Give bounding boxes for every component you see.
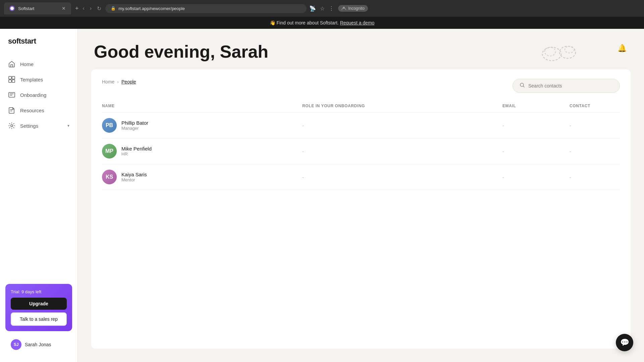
lock-icon: 🔒 <box>111 6 116 11</box>
table-row[interactable]: MP Mike Penfield HR - - - <box>102 138 620 164</box>
sidebar: softstart Home <box>0 29 78 362</box>
contact-info-phillip: PB Phillip Bator Manager <box>102 118 302 133</box>
sidebar-item-settings[interactable]: Settings ▾ <box>0 118 77 133</box>
new-tab-button[interactable]: + <box>75 5 79 12</box>
main-content: Good evening, Sarah 🔔 Home › People <box>78 29 644 362</box>
trial-text: Trial: 9 days left <box>11 289 67 294</box>
breadcrumb: Home › People <box>102 79 136 84</box>
upgrade-button[interactable]: Upgrade <box>11 298 67 310</box>
browser-chrome: Softstart ✕ + ‹ › ↻ 🔒 my.softstart.app/n… <box>0 0 644 17</box>
contact-role: HR <box>121 152 152 157</box>
menu-icon[interactable]: ⋮ <box>329 5 334 12</box>
settings-icon <box>8 122 15 129</box>
contact-name: Phillip Bator <box>121 120 148 126</box>
cell-mike-email: - <box>502 148 570 154</box>
cell-phillip-onboarding: - <box>302 123 502 128</box>
tab-close-button[interactable]: ✕ <box>62 6 66 11</box>
incognito-label: Incognito <box>348 6 365 11</box>
svg-point-9 <box>545 47 555 56</box>
sidebar-item-onboarding[interactable]: Onboarding <box>0 87 77 103</box>
breadcrumb-separator: › <box>117 79 119 84</box>
tab-title: Softstart <box>18 6 58 11</box>
home-icon <box>8 60 15 68</box>
decoration-clouds <box>540 39 577 66</box>
notifications-bell[interactable]: 🔔 <box>616 42 628 54</box>
sidebar-bottom: Trial: 9 days left Upgrade Talk to a sal… <box>0 284 77 354</box>
svg-point-7 <box>11 125 13 127</box>
back-button[interactable]: ‹ <box>82 4 86 13</box>
contacts-table: NAME ROLE IN YOUR ONBOARDING EMAIL CONTA… <box>102 101 620 190</box>
templates-icon <box>8 76 15 83</box>
contact-name: Kaiya Saris <box>121 172 147 177</box>
tab-favicon <box>9 6 15 11</box>
contact-info-kaiya: KS Kaiya Saris Mentor <box>102 170 302 184</box>
bookmark-icon[interactable]: ☆ <box>320 5 325 12</box>
svg-point-11 <box>565 46 574 53</box>
sidebar-nav: Home Templates <box>0 56 77 133</box>
table-row[interactable]: PB Phillip Bator Manager - - - <box>102 113 620 138</box>
sidebar-onboarding-label: Onboarding <box>20 92 69 98</box>
forward-button[interactable]: › <box>89 4 93 13</box>
cell-mike-onboarding: - <box>302 148 502 154</box>
browser-nav: ‹ › ↻ 🔒 my.softstart.app/newcomer/people… <box>82 4 640 13</box>
logo-text: softstart <box>8 37 36 45</box>
contact-details-kaiya: Kaiya Saris Mentor <box>121 172 147 182</box>
cell-phillip-email: - <box>502 123 570 128</box>
svg-point-0 <box>10 7 14 10</box>
table-header: NAME ROLE IN YOUR ONBOARDING EMAIL CONTA… <box>102 101 620 113</box>
svg-rect-4 <box>9 80 11 82</box>
cell-mike-contact: - <box>570 148 620 154</box>
onboarding-icon <box>8 91 15 99</box>
browser-tab[interactable]: Softstart ✕ <box>4 2 71 14</box>
breadcrumb-current[interactable]: People <box>121 79 136 84</box>
svg-point-10 <box>559 46 576 58</box>
sidebar-item-resources[interactable]: Resources <box>0 103 77 118</box>
reload-button[interactable]: ↻ <box>96 4 103 13</box>
address-bar[interactable]: 🔒 my.softstart.app/newcomer/people <box>105 4 307 13</box>
contact-info-mike: MP Mike Penfield HR <box>102 144 302 159</box>
browser-actions: 📡 ☆ ⋮ Incognito <box>309 5 368 12</box>
greeting-text: Good evening, Sarah <box>94 42 268 61</box>
breadcrumb-home[interactable]: Home <box>102 79 114 84</box>
search-input[interactable] <box>528 83 613 88</box>
search-icon <box>520 82 525 89</box>
col-contact: CONTACT <box>570 104 620 108</box>
contact-details-phillip: Phillip Bator Manager <box>121 120 148 131</box>
cell-kaiya-email: - <box>502 174 570 180</box>
avatar-kaiya: KS <box>102 170 117 184</box>
sidebar-resources-label: Resources <box>20 108 69 113</box>
sidebar-item-home[interactable]: Home <box>0 56 77 72</box>
sidebar-templates-label: Templates <box>20 77 69 82</box>
cell-kaiya-onboarding: - <box>302 174 502 180</box>
trial-box: Trial: 9 days left Upgrade Talk to a sal… <box>5 284 72 331</box>
incognito-icon <box>341 6 346 11</box>
contact-details-mike: Mike Penfield HR <box>121 146 152 157</box>
cell-phillip-contact: - <box>570 123 620 128</box>
address-text: my.softstart.app/newcomer/people <box>118 6 185 11</box>
user-profile[interactable]: SJ Sarah Jonas <box>5 335 72 354</box>
avatar-mike: MP <box>102 144 117 159</box>
resources-icon <box>8 107 15 114</box>
col-role: ROLE IN YOUR ONBOARDING <box>302 104 502 108</box>
svg-rect-2 <box>9 76 11 79</box>
sidebar-home-label: Home <box>20 61 69 67</box>
contact-role: Mentor <box>121 177 147 182</box>
chat-icon: 💬 <box>620 338 629 347</box>
avatar-initials: SJ <box>14 342 19 347</box>
search-contacts-box[interactable] <box>513 79 620 93</box>
table-row[interactable]: KS Kaiya Saris Mentor - - - <box>102 164 620 190</box>
cast-icon[interactable]: 📡 <box>309 5 316 12</box>
svg-rect-5 <box>12 80 15 82</box>
sidebar-logo: softstart <box>0 37 77 56</box>
announcement-text: 👋 Find out more about Softstart. <box>270 20 339 25</box>
talk-sales-button[interactable]: Talk to a sales rep <box>11 312 67 326</box>
chat-support-button[interactable]: 💬 <box>616 334 633 351</box>
sidebar-item-templates[interactable]: Templates <box>0 72 77 87</box>
incognito-badge: Incognito <box>338 5 368 12</box>
app-layout: softstart Home <box>0 29 644 362</box>
col-email: EMAIL <box>502 104 570 108</box>
col-name: NAME <box>102 104 302 108</box>
request-demo-link[interactable]: Request a demo <box>340 20 375 25</box>
contact-role: Manager <box>121 126 148 131</box>
contact-name: Mike Penfield <box>121 146 152 152</box>
